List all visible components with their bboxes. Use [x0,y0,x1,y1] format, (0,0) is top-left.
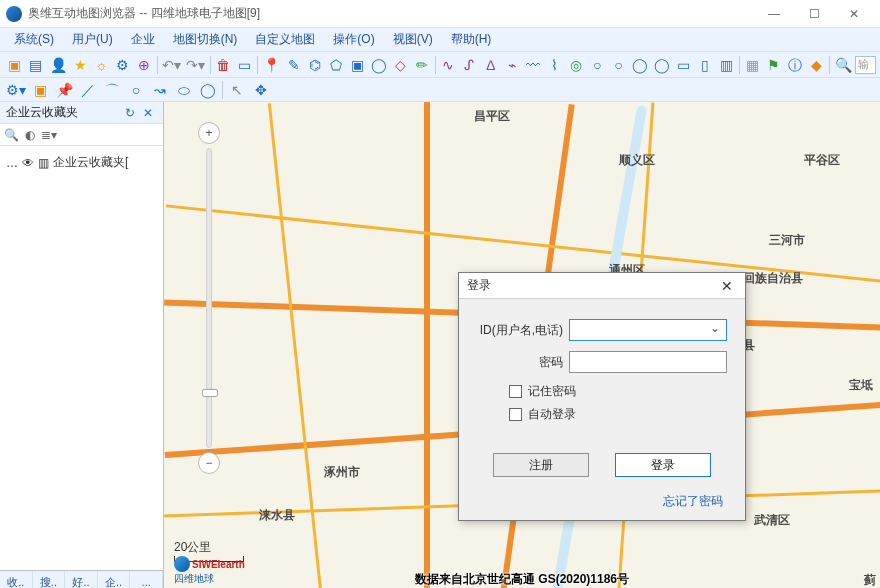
sidebar-close-icon[interactable]: ✕ [143,106,157,120]
rect2-icon[interactable]: ▯ [698,56,713,74]
pin2-icon[interactable]: 📌 [55,81,73,99]
sidetab-ent[interactable]: 企.. [98,571,131,588]
search-icon[interactable]: 🔍 [835,56,852,74]
trash-icon[interactable]: 🗑 [215,56,230,74]
sidetab-more[interactable]: ... [130,571,163,588]
diamond-icon[interactable]: ◆ [809,56,824,74]
user-icon[interactable]: 👤 [50,56,67,74]
search-input[interactable]: 输 [855,56,876,74]
menu-view[interactable]: 视图(V) [385,29,441,50]
line-tool-icon[interactable]: ／ [79,81,97,99]
circle2-icon[interactable]: ○ [127,81,145,99]
sidebar-menu-icon[interactable]: ≣▾ [41,128,57,142]
map-canvas[interactable]: 昌平区 顺义区 平谷区 通州区 三河市 大厂回族自治县 香河县 廊坊 武清区 涿… [164,102,880,588]
poly3-icon[interactable]: ∆ [483,56,498,74]
ring-icon[interactable]: ◎ [568,56,583,74]
gear2-icon[interactable]: ⚙▾ [7,81,25,99]
flag-icon[interactable]: ◇ [393,56,408,74]
undo-icon[interactable]: ↶▾ [163,56,181,74]
line2-icon[interactable]: ⌇ [547,56,562,74]
ring2-icon[interactable]: ◯ [199,81,217,99]
sidebar-tools: 🔍 ◐ ≣▾ [0,124,163,146]
separator [257,56,258,74]
lbl-sanhe: 三河市 [769,232,805,249]
sidebar-title: 企业云收藏夹 [6,104,78,121]
sidebar-search-icon[interactable]: 🔍 [4,128,19,142]
ell1-icon[interactable]: ○ [590,56,605,74]
circle-tool-icon[interactable]: ◯ [371,56,387,74]
ell3-icon[interactable]: ◯ [632,56,648,74]
login-button[interactable]: 登录 [615,453,711,477]
arc-tool-icon[interactable]: ⌒ [103,81,121,99]
poly4-icon[interactable]: ⌁ [504,56,519,74]
sidebar-header: 企业云收藏夹 ↻ ✕ [0,102,163,124]
rect1-icon[interactable]: ▭ [676,56,691,74]
cursor-icon[interactable]: ↖ [228,81,246,99]
attribution-text: 数据来自北京世纪高通 GS(2020)1186号 [415,571,629,588]
sidebar-refresh-icon[interactable]: ↻ [125,106,139,120]
menu-custommap[interactable]: 自定义地图 [247,29,323,50]
poly1-icon[interactable]: ∿ [441,56,456,74]
gear-icon[interactable]: ⚙ [115,56,130,74]
login-dialog: 登录 ✕ ID(用户名,电话) 密码 记住密码 [458,272,746,521]
autologin-label: 自动登录 [528,406,576,423]
id-input[interactable] [569,319,727,341]
redo-icon[interactable]: ↷▾ [187,56,205,74]
autologin-checkbox[interactable]: 自动登录 [509,406,727,423]
zoom-slider-thumb[interactable] [202,389,218,397]
folder-icon[interactable]: ▣ [7,56,22,74]
sidetab-fav[interactable]: 收.. [0,571,33,588]
sidetab-friend[interactable]: 好.. [65,571,98,588]
menu-help[interactable]: 帮助(H) [443,29,500,50]
ell4-icon[interactable]: ◯ [654,56,670,74]
sidebar-filter-icon[interactable]: ◐ [25,128,35,142]
link-icon[interactable]: ⌬ [307,56,322,74]
zoom-out-button[interactable]: − [198,452,220,474]
menu-user[interactable]: 用户(U) [64,29,121,50]
globe-icon[interactable]: ⊕ [136,56,151,74]
menu-mapswitch[interactable]: 地图切换(N) [165,29,246,50]
tree-root-item[interactable]: … 👁 ▥ 企业云收藏夹[ [4,152,159,173]
zoom-in-button[interactable]: + [198,122,220,144]
zoom-slider-track[interactable] [206,148,212,448]
cube-icon[interactable]: ▣ [350,56,365,74]
flag2-icon[interactable]: ⚑ [766,56,781,74]
line1-icon[interactable]: 〰 [526,56,541,74]
eye-icon[interactable]: 👁 [22,156,34,170]
move-icon[interactable]: ✥ [252,81,270,99]
table-icon[interactable]: ▦ [745,56,760,74]
menu-enterprise[interactable]: 企业 [123,29,163,50]
poly2-icon[interactable]: ᔑ [462,56,477,74]
sidetab-search[interactable]: 搜.. [33,571,66,588]
note-icon[interactable]: ▣ [31,81,49,99]
remember-checkbox[interactable]: 记住密码 [509,383,727,400]
password-input[interactable] [569,351,727,373]
pencil-icon[interactable]: ✏ [414,56,429,74]
ellipse-icon[interactable]: ⬭ [175,81,193,99]
logo-en: SIWEIearth [192,559,245,570]
main-area: 企业云收藏夹 ↻ ✕ 🔍 ◐ ≣▾ … 👁 ▥ 企业云收藏夹[ 收.. 搜.. … [0,102,880,588]
menu-operate[interactable]: 操作(O) [325,29,382,50]
minimize-button[interactable]: — [754,0,794,28]
bars-icon[interactable]: ▥ [719,56,734,74]
pin-icon[interactable]: 📍 [263,56,280,74]
ell2-icon[interactable]: ○ [611,56,626,74]
map-logo: SIWEIearth 四维地球 [174,556,245,586]
dialog-close-button[interactable]: ✕ [717,278,737,294]
save-icon[interactable]: ▤ [28,56,43,74]
select-rect-icon[interactable]: ▭ [237,56,252,74]
edit-icon[interactable]: ✎ [286,56,301,74]
sun-icon[interactable]: ☼ [94,56,109,74]
maximize-button[interactable]: ☐ [794,0,834,28]
logo-cn: 四维地球 [174,572,245,586]
dialog-title: 登录 [467,277,491,294]
forgot-password-link[interactable]: 忘记了密码 [663,494,723,508]
menu-system[interactable]: 系统(S) [6,29,62,50]
close-button[interactable]: ✕ [834,0,874,28]
register-button[interactable]: 注册 [493,453,589,477]
polyline-icon[interactable]: ↝ [151,81,169,99]
star-icon[interactable]: ★ [73,56,88,74]
dialog-titlebar[interactable]: 登录 ✕ [459,273,745,299]
shield-icon[interactable]: ⬠ [329,56,344,74]
info-icon[interactable]: ⓘ [788,56,803,74]
